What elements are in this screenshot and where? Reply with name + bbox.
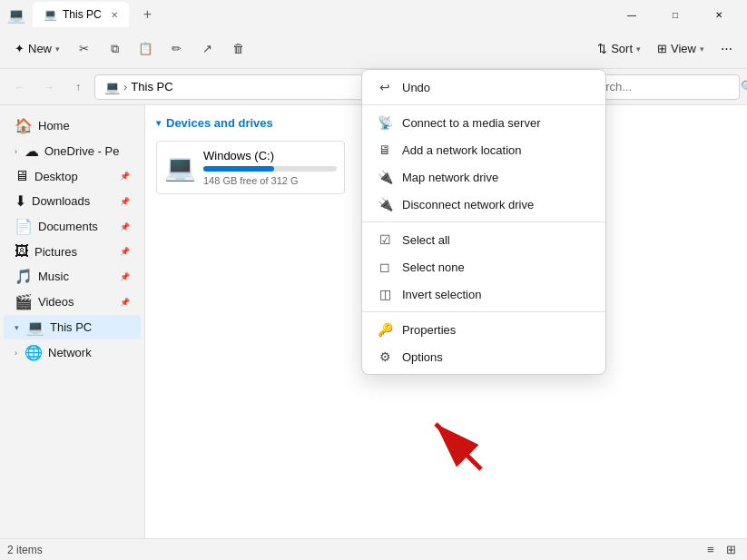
sidebar-item-label: Downloads [32,194,90,208]
more-button[interactable]: ⋯ [713,34,740,64]
list-view-button[interactable]: ≡ [702,541,720,559]
sidebar-item-label: This PC [50,320,92,334]
videos-icon: 🎬 [15,293,33,310]
select-none-icon: ◻ [377,260,393,274]
invert-selection-icon: ◫ [377,287,393,301]
new-label: New [28,42,52,55]
minimize-button[interactable]: — [611,0,653,29]
forward-button[interactable]: → [36,74,62,100]
network-icon: 🌐 [25,344,43,361]
music-icon: 🎵 [15,268,33,285]
sidebar-item-videos[interactable]: 🎬 Videos 📌 [4,290,141,314]
sidebar-item-network[interactable]: › 🌐 Network [4,340,141,365]
pin-icon: 📌 [120,222,130,231]
new-button[interactable]: ✦ New ▾ [7,34,67,64]
expand-icon: ▾ [15,323,19,332]
pictures-icon: 🖼 [15,243,29,260]
pin-icon: 📌 [120,298,130,307]
menu-item-properties[interactable]: 🔑 Properties [362,316,605,343]
drive-bar [203,166,274,172]
menu-item-connect-media[interactable]: 📡 Connect to a media server [362,109,605,136]
drive-info: Windows (C:) 148 GB free of 312 G [203,149,337,186]
status-view-buttons: ≡ ⊞ [702,541,740,559]
back-button[interactable]: ← [7,74,33,100]
menu-item-add-network[interactable]: 🖥 Add a network location [362,136,605,163]
share-button[interactable]: ↗ [192,34,221,64]
search-input[interactable] [585,80,737,93]
view-chevron-icon: ▾ [700,44,704,54]
drive-name: Windows (C:) [203,149,337,162]
section-chevron-icon: ▾ [156,118,161,128]
sidebar-item-desktop[interactable]: 🖥 Desktop 📌 [4,164,141,188]
grid-view-button[interactable]: ⊞ [722,541,740,559]
menu-item-label: Undo [402,81,430,94]
sidebar-item-thispc[interactable]: ▾ 💻 This PC [4,315,141,339]
sort-button[interactable]: ⇅ Sort ▾ [590,34,648,64]
view-icon: ⊞ [657,42,667,55]
menu-divider-3 [362,311,605,312]
window-icon: 💻 [7,6,25,24]
view-button[interactable]: ⊞ View ▾ [650,34,712,64]
status-bar: 2 items ≡ ⊞ [0,538,747,560]
cut-button[interactable]: ✂ [69,34,98,64]
up-button[interactable]: ↑ [65,74,91,100]
new-tab-button[interactable]: + [136,3,159,26]
expand-icon: › [15,147,17,156]
sidebar-item-label: Videos [38,295,74,309]
menu-item-select-none[interactable]: ◻ Select none [362,253,605,280]
section-label: Devices and drives [166,116,273,130]
undo-icon: ↩ [377,80,393,94]
menu-item-label: Options [402,350,443,364]
drive-c[interactable]: 💻 Windows (C:) 148 GB free of 312 G [156,141,345,194]
add-network-icon: 🖥 [377,142,393,157]
sidebar-item-label: Network [48,346,92,359]
new-chevron-icon: ▾ [55,44,60,54]
paste-button[interactable]: 📋 [131,34,160,64]
drive-space: 148 GB free of 312 G [203,175,337,186]
search-icon: 🔍 [741,80,747,93]
copy-button[interactable]: ⧉ [100,34,129,64]
menu-item-label: Add a network location [402,143,522,157]
downloads-icon: ⬇ [15,192,26,210]
tab-close-button[interactable]: ✕ [111,10,118,20]
pin-icon: 📌 [120,197,130,206]
menu-item-disconnect-drive[interactable]: 🔌 Disconnect network drive [362,191,605,218]
sort-icon: ⇅ [597,42,607,55]
menu-item-select-all[interactable]: ☑ Select all [362,226,605,253]
sidebar-item-label: Music [38,270,69,283]
menu-item-map-drive[interactable]: 🔌 Map network drive [362,163,605,191]
menu-item-invert-selection[interactable]: ◫ Invert selection [362,280,605,308]
maximize-button[interactable]: □ [654,0,696,29]
sidebar-item-documents[interactable]: 📄 Documents 📌 [4,214,141,239]
options-icon: ⚙ [377,349,393,364]
sidebar-item-label: Documents [38,220,98,233]
menu-item-options[interactable]: ⚙ Options [362,343,605,370]
properties-icon: 🔑 [377,322,393,337]
dropdown-menu: ↩ Undo 📡 Connect to a media server 🖥 Add… [361,69,606,375]
delete-button[interactable]: 🗑 [223,34,252,64]
sidebar-item-downloads[interactable]: ⬇ Downloads 📌 [4,189,141,213]
sidebar-item-music[interactable]: 🎵 Music 📌 [4,264,141,289]
sidebar-item-pictures[interactable]: 🖼 Pictures 📌 [4,240,141,263]
menu-item-label: Select all [402,233,450,247]
pin-icon: 📌 [120,272,130,281]
view-label: View [671,42,696,55]
tab-this-pc[interactable]: 💻 This PC ✕ [33,2,129,27]
tab-icon: 💻 [44,8,57,21]
thispc-icon: 💻 [26,319,44,336]
documents-icon: 📄 [15,218,33,235]
rename-button[interactable]: ✏ [162,34,191,64]
sidebar-item-onedrive[interactable]: › ☁ OneDrive - Pe [4,139,141,163]
menu-item-undo[interactable]: ↩ Undo [362,74,605,101]
drive-icon: 💻 [164,152,196,182]
menu-divider-2 [362,221,605,222]
home-icon: 🏠 [15,117,33,134]
close-button[interactable]: ✕ [698,0,740,29]
desktop-icon: 🖥 [15,168,29,184]
toolbar: ✦ New ▾ ✂ ⧉ 📋 ✏ ↗ 🗑 ⇅ Sort ▾ ⊞ View ▾ ⋯ [0,29,747,69]
items-count: 2 items [7,544,43,556]
menu-item-label: Connect to a media server [402,116,540,130]
sidebar-item-home[interactable]: 🏠 Home [4,113,141,138]
connect-media-icon: 📡 [377,115,393,130]
menu-divider [362,104,605,105]
